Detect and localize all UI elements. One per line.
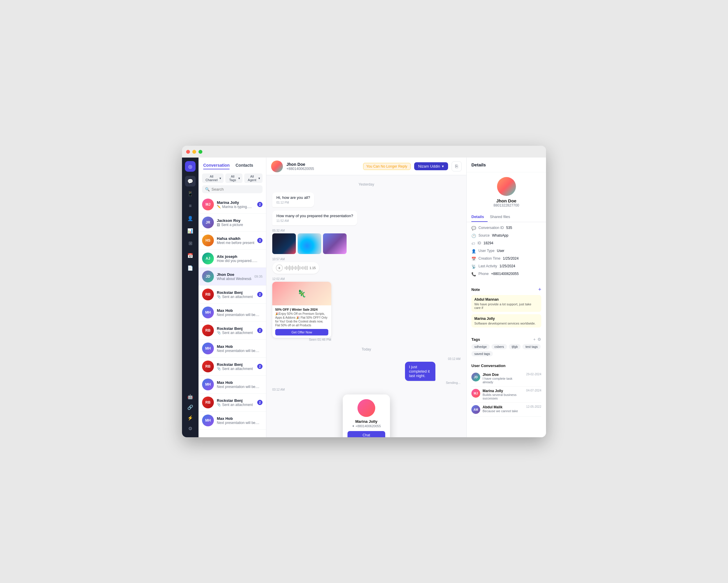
- filter-agent[interactable]: All Agent ▾: [244, 174, 262, 183]
- conversation-list-item[interactable]: RB Rockstar Benj 📎 Sent an attachment 2: [199, 394, 266, 412]
- note-section: Note + Abdul Mannan We have provide a lo…: [467, 283, 546, 333]
- filter-channel[interactable]: All Channel ▾: [202, 174, 224, 183]
- conversation-list-item[interactable]: RB Rockstar Benj 📎 Sent an attachment 2: [199, 286, 266, 304]
- nav-item-list[interactable]: ≡: [185, 201, 196, 211]
- conversation-list-item[interactable]: JD Jhon Doe What about Wednesday....... …: [199, 268, 266, 286]
- conversation-preview: 📎 Sent an attachment: [217, 331, 254, 335]
- detail-row-last-activity: 📡 Last Activity 1/25/2024: [471, 264, 541, 269]
- conversation-meta: 2: [257, 400, 262, 405]
- conversation-list-item[interactable]: RB Rockstar Benj 📎 Sent an attachment 2: [199, 358, 266, 376]
- filter-tags[interactable]: All Tags ▾: [225, 174, 242, 183]
- tag-pill[interactable]: csbers: [491, 344, 507, 349]
- user-conv-message: Because we cannot take: [483, 409, 524, 413]
- nav-item-reports[interactable]: 📊: [185, 225, 196, 236]
- conversation-list-item[interactable]: MH Max Hob Next presentation will be....…: [199, 376, 266, 394]
- nav-item-bot[interactable]: 🤖: [185, 391, 196, 402]
- tags-list: sdhedgecsberstjfgbtest tagssaved tags: [471, 344, 541, 356]
- conversation-list-item[interactable]: MJ Marina Jolly ✏️ Marina is typing.....…: [199, 196, 266, 213]
- minimize-button[interactable]: [192, 150, 196, 154]
- conv-id-label: Conversation ID: [478, 226, 504, 230]
- chevron-down-icon: ▾: [219, 176, 221, 180]
- tab-conversation[interactable]: Conversation: [203, 162, 230, 169]
- user-conv-list: JD Jhon Doe I have complete task already…: [471, 370, 541, 416]
- get-offer-button[interactable]: Get Offer Now: [275, 329, 328, 335]
- left-nav: ◎ 💬 📱 ≡ 👤 📊 ⊞ 📅 📄: [182, 157, 199, 437]
- image-thumbnail[interactable]: [272, 233, 296, 254]
- nav-item-lightning[interactable]: ⚡: [185, 412, 196, 423]
- nav-logo[interactable]: ◎: [185, 161, 196, 172]
- nav-bottom: 🤖 🔗 ⚡ ⚙: [185, 391, 196, 434]
- nav-item-phone[interactable]: 📱: [185, 188, 196, 199]
- user-conversation-item[interactable]: AM Abdul Malik Because we cannot take 12…: [471, 403, 541, 416]
- nav-item-pages[interactable]: 📄: [185, 262, 196, 273]
- settings-icon: ⚙: [188, 426, 192, 431]
- reports-icon: 📊: [187, 228, 193, 234]
- nav-item-contacts[interactable]: 👤: [185, 213, 196, 224]
- conversation-time: 09:35: [254, 275, 262, 278]
- maximize-button[interactable]: [199, 150, 202, 154]
- conversation-preview: 📎 Sent an attachment: [217, 367, 254, 371]
- nav-item-calendar[interactable]: 📅: [185, 250, 196, 261]
- nav-item-link[interactable]: 🔗: [185, 402, 196, 412]
- conversation-list-item[interactable]: MH Max Hob Next presentation will be....…: [199, 412, 266, 430]
- conversation-list-item[interactable]: AJ Alix joseph How did you prepared.....…: [199, 250, 266, 268]
- share-icon: ⎘: [455, 164, 458, 169]
- conversation-preview: What about Wednesday.......: [217, 277, 251, 281]
- search-input[interactable]: [211, 187, 260, 192]
- bot-icon: 🤖: [187, 394, 193, 400]
- conversation-list-item[interactable]: MH Max Hob Next presentation will be....…: [199, 339, 266, 358]
- tab-shared-files[interactable]: Shared files: [490, 212, 514, 222]
- tag-pill[interactable]: sdhedge: [471, 344, 490, 349]
- popup-chat-button[interactable]: Chat: [347, 431, 385, 437]
- nav-item-chat[interactable]: 💬: [185, 176, 196, 186]
- tag-pill[interactable]: tjfgb: [509, 344, 521, 349]
- conversation-name: Jhon Doe: [217, 272, 251, 277]
- tab-contacts[interactable]: Contacts: [235, 162, 253, 169]
- user-conversation-item[interactable]: MJ Marina Jolly Builds several business …: [471, 386, 541, 403]
- conversation-info: Max Hob Next presentation will be.......: [217, 344, 260, 353]
- conversation-badge: 2: [257, 364, 262, 369]
- user-conv-message: Builds several business successes: [483, 393, 524, 400]
- nav-item-settings[interactable]: ⚙: [185, 423, 196, 434]
- audio-duration: 1.15: [309, 266, 316, 270]
- message-bubble: I just completed it last night.: [405, 362, 436, 381]
- user-conversation-item[interactable]: JD Jhon Doe I have complete task already…: [471, 370, 541, 386]
- conversation-meta: 3: [257, 238, 262, 243]
- conversation-avatar: RB: [202, 325, 214, 336]
- search-icon: 🔍: [205, 187, 210, 192]
- conversation-avatar: JD: [202, 271, 214, 282]
- image-thumbnail[interactable]: [323, 233, 346, 254]
- note-author: Marina Jolly: [474, 316, 538, 321]
- conversation-name: Jackson Roy: [217, 218, 260, 223]
- tag-pill[interactable]: test tags: [522, 344, 541, 349]
- image-thumbnail[interactable]: [297, 233, 321, 254]
- link-icon: 🔗: [187, 405, 193, 410]
- search-bar: 🔍: [202, 185, 262, 193]
- tag-pill[interactable]: saved tags: [471, 351, 493, 356]
- conversation-avatar: HS: [202, 234, 214, 246]
- tab-details[interactable]: Details: [471, 212, 488, 222]
- audio-play-button[interactable]: ⏸: [276, 264, 283, 272]
- conversation-list-item[interactable]: MH Max Hob Next presentation will be....…: [199, 304, 266, 322]
- details-tabs: Details Shared files: [467, 212, 546, 222]
- add-tag-button[interactable]: +: [533, 337, 536, 341]
- conversation-name: Rockstar Benj: [217, 326, 254, 331]
- share-button[interactable]: ⎘: [451, 161, 462, 171]
- message-time: 01:12 PM: [277, 201, 310, 204]
- add-note-button[interactable]: +: [538, 286, 541, 293]
- phone-value: +8801400620055: [491, 272, 519, 276]
- conversation-list-item[interactable]: JR Jackson Roy 🖼 Sent a picture: [199, 213, 266, 232]
- chat-area: Jhon Doe +8801400620055 You Can No Longe…: [266, 157, 466, 437]
- nav-item-grid[interactable]: ⊞: [185, 238, 196, 248]
- conversation-list-item[interactable]: RB Rockstar Benj 📎 Sent an attachment 2: [199, 322, 266, 339]
- conversation-info: Rockstar Benj 📎 Sent an attachment: [217, 326, 254, 335]
- details-title: Details: [467, 157, 546, 172]
- close-button[interactable]: [186, 150, 190, 154]
- agent-select-button[interactable]: Jhon Doe Nizam Uddin ▾: [414, 162, 448, 170]
- contact-card-popup: Marina Jolly ✦ +8801400620055 Chat: [343, 395, 390, 437]
- tag-settings-icon[interactable]: ⚙: [538, 337, 541, 341]
- message-row: 10:57 AM ⏸: [272, 258, 461, 274]
- conversation-list-item[interactable]: HS Hafsa shaikh Meet me before presentat…: [199, 232, 266, 250]
- audio-player[interactable]: ⏸: [272, 262, 319, 274]
- app-window: ◎ 💬 📱 ≡ 👤 📊 ⊞ 📅 📄: [182, 146, 546, 437]
